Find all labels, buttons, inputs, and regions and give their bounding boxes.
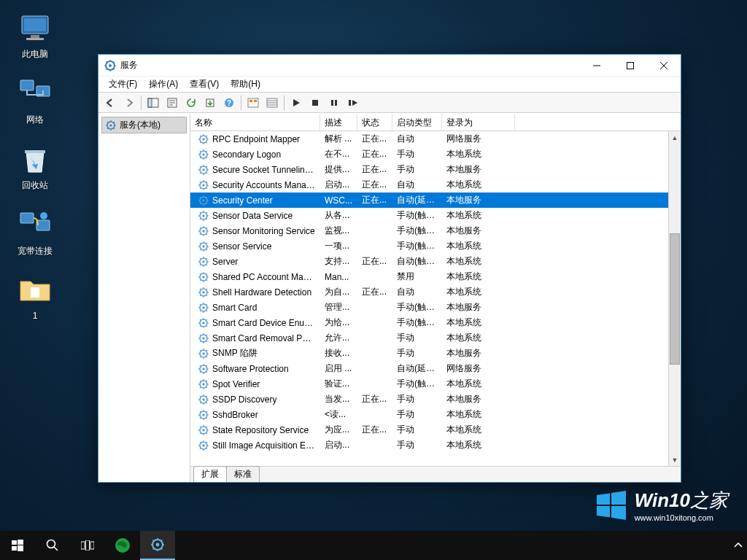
service-row[interactable]: Sensor Data Service从各...手动(触发...本地系统 — [190, 208, 681, 223]
svg-text:?: ? — [227, 99, 231, 107]
service-row[interactable]: State Repository Service为应...正在...手动本地系统 — [190, 422, 681, 438]
show-hide-tree-button[interactable] — [144, 94, 162, 112]
service-row[interactable]: Smart Card Removal Poli...允许...手动本地系统 — [190, 330, 681, 346]
service-row[interactable]: Smart Card管理...手动(触发...本地服务 — [190, 300, 681, 315]
svg-point-28 — [109, 124, 112, 126]
start-button[interactable] — [287, 94, 305, 112]
export-button[interactable] — [201, 94, 219, 112]
gear-icon — [198, 210, 209, 222]
cell-logon: 本地服务 — [442, 393, 515, 405]
menu-item[interactable]: 文件(F) — [103, 77, 143, 92]
restart-button[interactable] — [344, 94, 362, 112]
menubar: 文件(F)操作(A)查看(V)帮助(H) — [98, 77, 681, 93]
pc-icon — [18, 10, 53, 45]
cell-name: Sensor Data Service — [190, 210, 320, 222]
minimize-button[interactable] — [580, 55, 614, 77]
svg-point-50 — [202, 291, 204, 293]
service-row[interactable]: Spot Verifier验证...手动(触发...本地系统 — [190, 376, 681, 392]
desktop-icon-network[interactable]: 网络 — [7, 76, 63, 126]
service-row[interactable]: Shared PC Account Mana...Man...禁用本地系统 — [190, 269, 681, 284]
svg-point-75 — [47, 540, 55, 548]
column-header[interactable]: 描述 — [320, 114, 357, 131]
pause-button[interactable] — [325, 94, 343, 112]
scroll-up-icon[interactable]: ▲ — [669, 131, 681, 144]
svg-point-52 — [202, 306, 204, 308]
gear-icon — [198, 424, 209, 436]
desktop-icon-label: 宽带连接 — [7, 245, 63, 257]
svg-rect-72 — [18, 540, 23, 545]
watermark: Win10之家 www.win10xitong.com — [587, 483, 737, 526]
cell-startup: 手动 — [392, 332, 442, 344]
cell-name: SSDP Discovery — [190, 394, 320, 405]
svg-point-36 — [202, 184, 204, 186]
svg-point-38 — [202, 199, 204, 201]
system-tray[interactable] — [734, 541, 743, 550]
service-row[interactable]: Sensor Monitoring Service监视...手动(触发...本地… — [190, 223, 681, 238]
task-view-button[interactable] — [70, 531, 105, 560]
service-row[interactable]: Still Image Acquisition Ev...启动...手动本地系统 — [190, 438, 681, 453]
forward-button[interactable] — [120, 94, 138, 112]
help-button[interactable]: ? — [220, 94, 238, 112]
maximize-button[interactable] — [614, 55, 647, 77]
desktop-icon-recycle[interactable]: 回收站 — [7, 141, 63, 192]
tray-chevron-icon[interactable] — [734, 541, 743, 550]
column-header[interactable]: 登录为 — [442, 114, 515, 131]
service-row[interactable]: Server支持...正在...自动(触发...本地系统 — [190, 254, 681, 269]
desktop-icon-dialup[interactable]: 宽带连接 — [7, 207, 63, 257]
column-header[interactable]: 启动类型 — [392, 114, 442, 131]
service-row[interactable]: SSDP Discovery当发...正在...手动本地服务 — [190, 392, 681, 407]
stop-button[interactable] — [306, 94, 324, 112]
gear-icon — [198, 179, 209, 191]
tab-standard[interactable]: 标准 — [226, 466, 260, 482]
cell-name: Secondary Logon — [190, 149, 320, 160]
service-row[interactable]: Sensor Service一项...手动(触发...本地系统 — [190, 238, 681, 254]
column-header[interactable]: 名称 — [190, 114, 320, 131]
service-row[interactable]: SNMP 陷阱接收...手动本地服务 — [190, 346, 681, 361]
cell-startup: 手动 — [392, 408, 442, 421]
menu-item[interactable]: 查看(V) — [184, 77, 225, 92]
svg-point-8 — [40, 212, 47, 219]
scroll-down-icon[interactable]: ▼ — [669, 454, 681, 466]
menu-item[interactable]: 帮助(H) — [225, 77, 266, 92]
list-pane: 名称描述状态启动类型登录为 RPC Endpoint Mapper解析 ...正… — [190, 114, 681, 482]
service-row[interactable]: Security Accounts Manag...启动...正在...自动本地… — [190, 177, 681, 192]
back-button[interactable] — [101, 94, 119, 112]
scroll-thumb[interactable] — [670, 233, 680, 365]
service-row[interactable]: Software Protection启用 ...自动(延迟...网络服务 — [190, 361, 681, 376]
vertical-scrollbar[interactable]: ▲ ▼ — [668, 131, 681, 466]
tab-extended[interactable]: 扩展 — [193, 466, 227, 482]
service-row[interactable]: Secondary Logon在不...正在...手动本地系统 — [190, 147, 681, 162]
column-header[interactable]: 状态 — [357, 114, 392, 131]
gear-icon — [198, 287, 209, 298]
view-tabs: 扩展标准 — [190, 466, 681, 482]
titlebar[interactable]: 服务 — [98, 55, 681, 77]
svg-rect-2 — [31, 35, 39, 38]
service-row[interactable]: Secure Socket Tunneling ...提供...正在...手动本… — [190, 162, 681, 177]
svg-point-32 — [202, 153, 204, 155]
service-row[interactable]: Smart Card Device Enum...为给...手动(触发...本地… — [190, 315, 681, 330]
large-icons-button[interactable] — [244, 94, 262, 112]
search-button[interactable] — [35, 531, 70, 560]
watermark-brand: Win10 — [635, 489, 690, 511]
close-button[interactable] — [647, 55, 681, 77]
menu-item[interactable]: 操作(A) — [143, 77, 184, 92]
service-row[interactable]: RPC Endpoint Mapper解析 ...正在...自动网络服务 — [190, 131, 681, 147]
service-row[interactable]: Shell Hardware Detection为自...正在...自动本地系统 — [190, 284, 681, 300]
service-row[interactable]: SshdBroker<读...手动本地系统 — [190, 407, 681, 422]
cell-desc: 从各... — [320, 209, 357, 222]
tree-item-services-local[interactable]: 服务(本地) — [101, 117, 187, 133]
cell-logon: 本地系统 — [442, 439, 515, 451]
start-menu-button[interactable] — [0, 531, 35, 560]
svg-rect-25 — [335, 100, 337, 106]
taskbar-services-button[interactable] — [140, 531, 175, 560]
desktop-icon-folder[interactable]: 1 — [7, 273, 63, 321]
desktop-icon-pc[interactable]: 此电脑 — [7, 10, 63, 61]
cell-status: 正在... — [357, 424, 392, 436]
refresh-button[interactable] — [182, 94, 200, 112]
details-button[interactable] — [263, 94, 281, 112]
cell-logon: 本地系统 — [442, 209, 515, 222]
svg-rect-24 — [331, 100, 333, 106]
properties-button[interactable] — [163, 94, 181, 112]
service-row[interactable]: Security CenterWSC...正在...自动(延迟...本地服务 — [190, 192, 681, 208]
taskbar-edge-button[interactable] — [105, 531, 140, 560]
